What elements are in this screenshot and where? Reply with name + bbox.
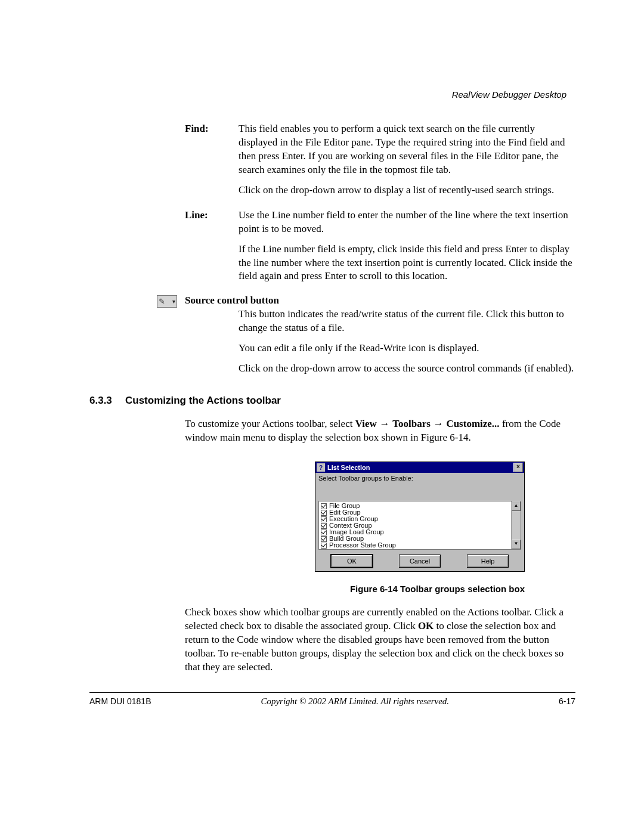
find-desc-2: Click on the drop-down arrow to display … xyxy=(239,184,575,197)
scroll-down-button[interactable]: ▼ xyxy=(512,540,521,549)
scb-desc-1: This button indicates the read/write sta… xyxy=(239,308,575,335)
footer-left: ARM DUI 0181B xyxy=(89,696,151,707)
list-selection-dialog: ? List Selection × Select Toolbar groups… xyxy=(315,462,525,572)
checkbox-icon[interactable] xyxy=(321,536,327,542)
section-intro: To customize your Actions toolbar, selec… xyxy=(185,417,575,445)
scroll-up-button[interactable]: ▲ xyxy=(512,501,521,511)
line-desc-1: Use the Line number field to enter the n… xyxy=(239,209,575,236)
checkbox-icon[interactable] xyxy=(321,510,327,516)
dialog-app-icon: ? xyxy=(317,463,325,472)
find-desc-1: This field enables you to perform a quic… xyxy=(239,122,575,177)
dialog-title: List Selection xyxy=(327,464,513,471)
line-desc-2: If the Line number field is empty, click… xyxy=(239,243,575,284)
figure-caption: Figure 6-14 Toolbar groups selection box xyxy=(89,584,525,594)
line-label: Line: xyxy=(185,209,239,290)
checkbox-icon[interactable] xyxy=(321,543,327,549)
source-control-button-icon: ✎ ▾ xyxy=(157,295,177,308)
checkbox-icon[interactable] xyxy=(321,516,327,522)
checkbox-icon[interactable] xyxy=(321,503,327,509)
scb-desc-3: Click on the drop-down arrow to access t… xyxy=(239,362,575,376)
section-title: Customizing the Actions toolbar xyxy=(125,395,281,407)
scb-desc-2: You can edit a file only if the Read-Wri… xyxy=(239,342,575,355)
checkbox-icon[interactable] xyxy=(321,523,327,529)
source-control-heading: Source control button xyxy=(185,295,279,306)
ok-button[interactable]: OK xyxy=(331,555,373,568)
dialog-listbox[interactable]: File Group Edit Group Execution Group Co… xyxy=(318,501,521,550)
footer-rule xyxy=(89,692,575,693)
readwrite-glyph-icon: ✎ xyxy=(159,298,165,305)
section-number: 6.3.3 xyxy=(89,395,125,407)
after-figure-paragraph: Check boxes show which toolbar groups ar… xyxy=(185,606,575,674)
dialog-close-button[interactable]: × xyxy=(513,463,523,472)
list-item[interactable]: Processor State Group xyxy=(321,542,509,549)
running-header: RealView Debugger Desktop xyxy=(452,89,566,100)
footer-page-number: 6-17 xyxy=(559,696,575,707)
find-label: Find: xyxy=(185,122,239,204)
help-button[interactable]: Help xyxy=(467,555,509,568)
scrollbar[interactable]: ▲ ▼ xyxy=(511,501,521,549)
dropdown-arrow-icon: ▾ xyxy=(172,298,175,305)
cancel-button[interactable]: Cancel xyxy=(399,555,441,568)
dialog-titlebar[interactable]: ? List Selection × xyxy=(315,462,524,473)
dialog-prompt: Select Toolbar groups to Enable: xyxy=(315,473,524,483)
footer-center: Copyright © 2002 ARM Limited. All rights… xyxy=(261,696,449,707)
checkbox-icon[interactable] xyxy=(321,529,327,535)
